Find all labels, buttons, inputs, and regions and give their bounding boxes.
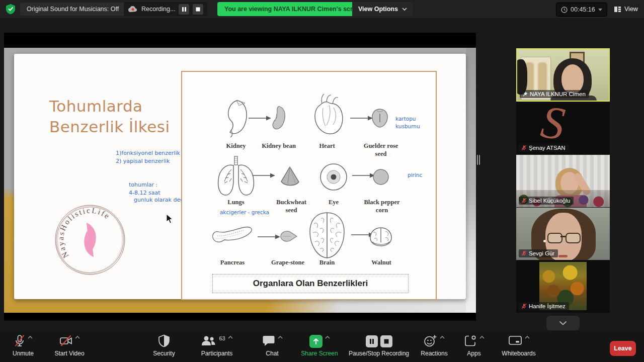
heart-label: Heart — [299, 142, 355, 150]
share-options-caret-icon[interactable] — [325, 336, 330, 339]
whiteboards-caret-icon[interactable] — [525, 336, 530, 339]
view-options-label: View Options — [358, 6, 398, 13]
meeting-top-bar: Original Sound for Musicians: Off Record… — [0, 0, 644, 18]
recording-cloud-icon — [128, 6, 138, 13]
participant-name-badge: NAYA ILKNUR Cimen — [520, 90, 589, 98]
reactions-icon — [424, 334, 437, 347]
start-video-button[interactable]: Start Video — [47, 334, 92, 357]
share-screen-icon — [309, 335, 323, 348]
reactions-button[interactable]: Reactions — [412, 334, 457, 357]
chat-icon — [262, 334, 275, 347]
video-muted-icon — [59, 334, 72, 347]
panel-resize-handle[interactable] — [477, 155, 478, 165]
original-sound-button[interactable]: Original Sound for Musicians: Off — [20, 3, 125, 16]
pause-recording-icon[interactable] — [366, 335, 378, 347]
view-button-label: View — [624, 6, 638, 13]
chat-caret-icon[interactable] — [278, 336, 283, 339]
lungs-label: Lungs — [208, 199, 264, 207]
slide-left-accent — [4, 48, 14, 313]
participant-name-badge: Sibel Küçükoğlu — [519, 197, 574, 205]
participants-caret-icon[interactable] — [228, 336, 233, 339]
muted-mic-icon — [521, 303, 527, 309]
guelder-rose-seed-icon — [370, 107, 390, 128]
slide-background: Tohumlarda Benzerlik İlkesi 1)fonksiyone… — [4, 48, 476, 313]
apps-icon — [464, 334, 477, 347]
black-pepper-corn-icon — [372, 168, 389, 186]
participants-button[interactable]: 63 Participants — [194, 334, 239, 357]
diagram-caption: Organlara Olan Benzerlikleri — [253, 279, 368, 289]
slide-content-card: Tohumlarda Benzerlik İlkesi 1)fonksiyone… — [14, 54, 466, 299]
participant-face — [561, 64, 584, 94]
clock-icon — [561, 7, 568, 13]
zoom-meeting-window: Original Sound for Musicians: Off Record… — [0, 0, 644, 362]
stop-recording-icon[interactable] — [380, 335, 392, 347]
video-tile-senay-atsan[interactable]: S Şenay ATSAN — [516, 102, 610, 154]
apps-button[interactable]: Apps — [451, 334, 497, 357]
glasses-right-lens — [566, 233, 581, 243]
participants-icon — [201, 334, 216, 347]
security-shield-icon — [158, 334, 170, 347]
buckwheat-seed-icon — [279, 165, 301, 187]
brain-icon — [306, 211, 348, 260]
view-options-button[interactable]: View Options — [352, 2, 413, 16]
pancreas-icon — [210, 225, 255, 248]
participants-count: 63 — [219, 335, 225, 341]
black-pepper-corn-label: Black pepper corn — [354, 199, 410, 214]
grape-stone-icon — [278, 230, 299, 243]
apps-caret-icon[interactable] — [479, 336, 485, 339]
apps-label: Apps — [467, 350, 480, 357]
view-layout-icon — [614, 6, 621, 13]
video-tile-sevgi-gur[interactable]: Sevgi Gür — [516, 208, 610, 260]
whiteboards-button[interactable]: Whiteboards — [496, 334, 541, 357]
timer-dropdown-icon — [598, 9, 602, 11]
share-screen-button[interactable]: Share Screen — [297, 334, 342, 357]
participant-name: Sevgi Gür — [529, 250, 554, 256]
pin-icon — [522, 92, 528, 97]
annotation-benzerlik: 1)fonksiyonel benzerlik 2) yapisal benze… — [116, 149, 180, 165]
meeting-timer[interactable]: 00:45:16 — [556, 3, 607, 17]
arrow-icon — [253, 172, 276, 178]
leave-button[interactable]: Leave — [610, 341, 636, 356]
eye-icon — [319, 162, 348, 192]
kidney-bean-label: Kidney bean — [251, 142, 306, 150]
slide-right-accent — [466, 48, 476, 313]
video-tile-sibel-kucukoglu[interactable]: Sibel Küçükoğlu — [516, 155, 610, 207]
mic-muted-icon — [14, 334, 25, 347]
nayas-holistic-life-logo: NayasHolisticLife — [52, 202, 128, 278]
timer-value: 00:45:16 — [571, 6, 595, 13]
video-tile-naya-ilknur-cimen[interactable]: NAYA ILKNUR Cimen — [516, 48, 610, 102]
muted-mic-icon — [521, 250, 527, 256]
recording-indicator: Recording... — [124, 2, 207, 16]
participant-name: Sibel Küçükoğlu — [529, 198, 570, 204]
video-options-caret-icon[interactable] — [75, 336, 80, 339]
view-layout-button[interactable]: View — [611, 3, 641, 16]
security-button[interactable]: Security — [141, 334, 187, 357]
background-object — [516, 59, 527, 95]
original-sound-label: Original Sound for Musicians: Off — [27, 6, 119, 13]
scroll-participants-down-button[interactable] — [546, 316, 580, 330]
reactions-caret-icon[interactable] — [440, 336, 445, 339]
shared-screen-area: Tohumlarda Benzerlik İlkesi 1)fonksiyone… — [4, 33, 476, 321]
video-tile-hanife-isitmez[interactable]: Hanife İşitmez — [516, 260, 610, 313]
whiteboards-label: Whiteboards — [502, 350, 535, 357]
participant-name-badge: Şenay ATSAN — [519, 144, 569, 152]
muted-mic-icon — [521, 145, 527, 151]
pause-recording-button[interactable] — [179, 4, 189, 15]
mic-options-caret-icon[interactable] — [28, 336, 33, 339]
viewing-screen-banner-text: You are viewing NAYA ILKNUR Cimen's scre… — [224, 6, 363, 13]
organ-seed-diagram: kartopu kusburnu Kidney Kidney bean Hear… — [181, 71, 437, 300]
annotation-pirinc: pirinc — [408, 171, 422, 179]
heart-icon — [309, 92, 345, 138]
chat-button[interactable]: Chat — [250, 334, 295, 357]
participant-lips — [558, 255, 568, 257]
pause-stop-recording-label: Pause/Stop Recording — [349, 350, 409, 357]
mouse-cursor — [166, 214, 174, 224]
start-video-label: Start Video — [54, 350, 84, 357]
whiteboard-icon — [508, 334, 522, 347]
unmute-button[interactable]: Unmute — [1, 334, 46, 357]
chat-label: Chat — [266, 350, 278, 357]
panel-resize-handle[interactable] — [479, 155, 480, 165]
stop-recording-button[interactable] — [193, 4, 203, 15]
reactions-label: Reactions — [421, 350, 447, 357]
pause-stop-recording-button[interactable]: Pause/Stop Recording — [341, 334, 417, 357]
